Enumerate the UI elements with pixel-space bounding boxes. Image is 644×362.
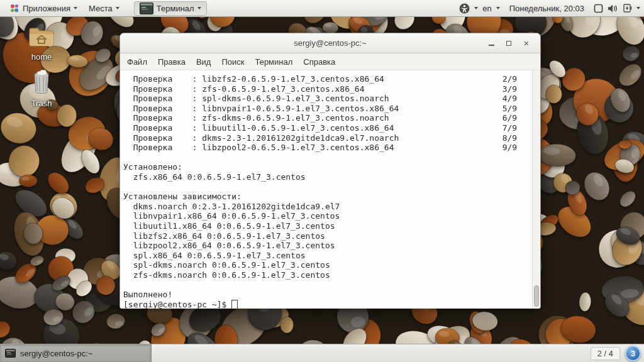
desktop-icon-label: Trash bbox=[31, 99, 52, 108]
menu-view[interactable]: Вид bbox=[196, 57, 211, 67]
window-controls: × bbox=[482, 33, 535, 53]
chevron-down-icon bbox=[116, 7, 119, 9]
top-panel: Приложения Места Терминал en Понед bbox=[0, 0, 644, 17]
taskbar-window-button[interactable]: sergiy@centos-pc:~ bbox=[0, 344, 152, 362]
terminal-output: Проверка : libzfs2-0.6.5.9-1.el7_3.cento… bbox=[120, 70, 540, 300]
terminal-prompt-line: [sergiy@centos-pc ~]$ bbox=[120, 300, 540, 309]
clock[interactable]: Понедельник, 20:03 bbox=[509, 4, 584, 13]
desktop: Приложения Места Терминал en Понед bbox=[0, 0, 644, 362]
menu-help[interactable]: Справка bbox=[303, 57, 335, 67]
desktop-icon-home[interactable]: home bbox=[18, 26, 65, 62]
keyboard-layout-indicator[interactable]: en bbox=[482, 4, 491, 13]
terminal-window: sergiy@centos-pc:~ × Файл Правка Вид Пои… bbox=[119, 33, 541, 308]
taskbar-right: 2 / 4 3 bbox=[591, 346, 644, 361]
menu-edit[interactable]: Правка bbox=[158, 57, 186, 67]
window-title: sergiy@centos-pc:~ bbox=[294, 38, 366, 48]
notification-icon[interactable] bbox=[594, 4, 603, 13]
places-menu[interactable]: Места bbox=[83, 2, 125, 15]
desktop-icon-label: home bbox=[31, 52, 52, 62]
terminal-icon bbox=[5, 349, 16, 358]
menu-file[interactable]: Файл bbox=[127, 57, 147, 67]
menu-terminal[interactable]: Терминал bbox=[255, 57, 292, 67]
chevron-down-icon[interactable] bbox=[496, 7, 500, 9]
terminal-menubar: Файл Правка Вид Поиск Терминал Справка bbox=[120, 53, 540, 70]
bottom-taskbar: sergiy@centos-pc:~ 2 / 4 3 bbox=[0, 344, 644, 362]
shell-prompt: [sergiy@centos-pc ~]$ bbox=[123, 300, 231, 309]
scrollbar-thumb[interactable] bbox=[534, 285, 539, 307]
active-app-menu[interactable]: Терминал bbox=[134, 1, 207, 16]
battery-icon[interactable] bbox=[623, 3, 632, 13]
terminal-icon bbox=[140, 3, 153, 14]
panel-left: Приложения Места Терминал bbox=[4, 1, 207, 16]
terminal-scrollbar[interactable] bbox=[532, 70, 540, 309]
trash-icon bbox=[31, 69, 52, 96]
terminal-cursor bbox=[231, 300, 238, 309]
volume-icon[interactable] bbox=[608, 4, 618, 13]
chevron-down-icon bbox=[74, 7, 77, 9]
applications-icon bbox=[9, 3, 19, 13]
minimize-button[interactable] bbox=[482, 36, 500, 51]
chevron-down-icon[interactable] bbox=[636, 7, 640, 9]
accessibility-icon[interactable] bbox=[459, 3, 470, 14]
active-app-menu-label: Терминал bbox=[157, 4, 194, 13]
taskbar-window-button-label: sergiy@centos-pc:~ bbox=[20, 349, 92, 358]
minimize-icon bbox=[489, 45, 494, 46]
notification-badge-count: 3 bbox=[631, 349, 635, 358]
desktop-icon-trash[interactable]: Trash bbox=[18, 69, 65, 108]
maximize-button[interactable] bbox=[500, 36, 518, 51]
chevron-down-icon[interactable] bbox=[474, 7, 478, 9]
notification-badge[interactable]: 3 bbox=[625, 346, 641, 361]
panel-right: en Понедельник, 20:03 bbox=[459, 3, 640, 14]
workspace-indicator[interactable]: 2 / 4 bbox=[591, 347, 620, 360]
applications-menu-label: Приложения bbox=[23, 4, 70, 13]
workspace-indicator-label: 2 / 4 bbox=[597, 349, 613, 358]
close-icon: × bbox=[524, 38, 530, 48]
maximize-icon bbox=[506, 41, 511, 46]
chevron-down-icon bbox=[197, 7, 201, 9]
close-button[interactable]: × bbox=[518, 36, 535, 51]
terminal-titlebar[interactable]: sergiy@centos-pc:~ × bbox=[120, 33, 540, 53]
home-folder-icon bbox=[28, 26, 55, 50]
terminal-content[interactable]: Проверка : libzfs2-0.6.5.9-1.el7_3.cento… bbox=[120, 70, 540, 309]
applications-menu[interactable]: Приложения bbox=[4, 1, 83, 15]
menu-search[interactable]: Поиск bbox=[221, 57, 244, 67]
places-menu-label: Места bbox=[89, 4, 113, 13]
